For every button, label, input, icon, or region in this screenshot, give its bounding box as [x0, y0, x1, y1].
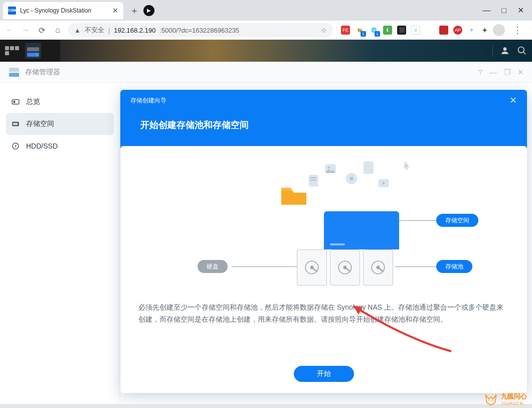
- dsm-topbar: [0, 40, 532, 62]
- storage-volume-icon: [11, 119, 20, 128]
- doc-icon: [306, 174, 320, 188]
- extension-icon[interactable]: 0: [411, 26, 420, 35]
- disk-icon: [363, 249, 393, 286]
- watermark-en: JiuHuCN: [501, 401, 527, 406]
- app-header-title: 存储管理器: [25, 68, 60, 77]
- disks-graphic: [297, 249, 393, 286]
- extension-icon[interactable]: ✈: [467, 26, 476, 35]
- main-area: 存储创建向导 ✕ 开始创建存储池和存储空间: [120, 83, 532, 408]
- new-tab-button[interactable]: ＋: [127, 4, 141, 18]
- watermark-cn: 九狐问心: [501, 392, 527, 400]
- maximize-button[interactable]: □: [501, 6, 506, 15]
- media-indicator-icon[interactable]: ▶: [143, 5, 154, 16]
- storage-creation-wizard: 存储创建向导 ✕ 开始创建存储池和存储空间: [120, 90, 527, 393]
- wizard-title-small: 存储创建向导: [130, 96, 166, 105]
- app-header-icon: [8, 66, 20, 78]
- svg-point-13: [15, 146, 17, 147]
- doc-icon: [361, 160, 376, 175]
- photo-icon: [324, 162, 337, 175]
- hdd-ssd-icon: [11, 142, 20, 151]
- window-minimize-icon[interactable]: —: [489, 68, 497, 77]
- svg-rect-10: [15, 123, 16, 125]
- gear-icon: [344, 171, 359, 186]
- wizard-illustration: 硬盘 存储空间 存储池: [138, 156, 509, 292]
- svg-rect-6: [12, 100, 19, 104]
- home-button[interactable]: ⌂: [52, 26, 63, 35]
- sidebar-item-label: 总览: [26, 97, 40, 106]
- video-icon: [377, 176, 391, 190]
- folder-icon: [279, 184, 309, 207]
- disk-icon: [330, 249, 360, 286]
- svg-rect-11: [17, 123, 18, 125]
- svg-point-31: [492, 400, 493, 401]
- close-window-button[interactable]: ✕: [517, 6, 524, 15]
- extension-icons: FE 🐝1 🌐1 ⬇ ⬛ 0 🖼 AP ✈ ✦ ⋮: [338, 24, 528, 36]
- disk-icon: [297, 249, 327, 286]
- sidebar-item-storage-volume[interactable]: 存储空间: [6, 113, 114, 135]
- sidebar-item-label: 存储空间: [26, 119, 54, 128]
- help-icon[interactable]: ?: [478, 68, 482, 77]
- extension-icon[interactable]: AP: [453, 26, 462, 35]
- watermark: 九狐问心 JiuHuCN: [479, 390, 532, 408]
- extension-icon[interactable]: ⬇: [383, 26, 392, 35]
- profile-avatar[interactable]: [493, 24, 505, 36]
- address-bar: ← → ⟳ ⌂ ▲ 不安全 | 192.168.2.190:5000/?dc=1…: [0, 21, 532, 40]
- sidebar-item-overview[interactable]: 总览: [6, 91, 114, 113]
- tab-close-icon[interactable]: ✕: [112, 7, 118, 15]
- wizard-close-icon[interactable]: ✕: [509, 95, 517, 106]
- label-pool: 存储池: [436, 260, 472, 273]
- window-restore-icon[interactable]: ❐: [504, 68, 510, 77]
- extension-icon[interactable]: 🌐1: [369, 26, 378, 35]
- browser-chrome: DSM Lyc - Synology DiskStation ✕ ＋ ▶ — □…: [0, 0, 532, 40]
- extension-icon[interactable]: 🐝1: [355, 26, 364, 35]
- url-path: :5000/?dc=1632286963235: [159, 27, 239, 34]
- svg-rect-1: [27, 47, 39, 51]
- wizard-footer: 开始: [138, 366, 509, 392]
- window-controls: — □ ✕: [482, 6, 532, 15]
- extension-icon[interactable]: ⬛: [397, 26, 406, 35]
- extensions-menu-icon[interactable]: ✦: [481, 26, 488, 35]
- label-hdd: 硬盘: [198, 260, 228, 273]
- taskbar-storage-manager-icon[interactable]: [25, 43, 41, 59]
- bottom-status-bar: [0, 404, 532, 408]
- svg-point-2: [36, 54, 38, 55]
- wizard-description: 必须先创建至少一个存储空间和存储池，然后才能将数据存储在 Synology NA…: [138, 302, 509, 326]
- storage-manager-window: 存储管理器 ? — ❐ ✕ 总览 存储空间 HDD/SSD: [0, 62, 532, 408]
- minimize-button[interactable]: —: [482, 6, 490, 15]
- wizard-title-big: 开始创建存储池和存储空间: [140, 119, 517, 131]
- extension-icon[interactable]: FE: [341, 26, 350, 35]
- extension-icon[interactable]: [439, 26, 448, 35]
- start-button[interactable]: 开始: [294, 366, 354, 382]
- sidebar-item-hdd-ssd[interactable]: HDD/SSD: [6, 135, 114, 157]
- insecure-label: 不安全: [85, 26, 104, 35]
- svg-point-18: [328, 167, 330, 169]
- sidebar-item-label: HDD/SSD: [26, 142, 58, 150]
- forward-button[interactable]: →: [20, 26, 31, 35]
- svg-rect-21: [364, 162, 374, 174]
- rocket-icon: [398, 159, 416, 177]
- volume-graphic: [324, 211, 399, 249]
- url-box[interactable]: ▲ 不安全 | 192.168.2.190:5000/?dc=163228696…: [68, 23, 333, 37]
- tab-title: Lyc - Synology DiskStation: [20, 7, 108, 14]
- window-close-icon[interactable]: ✕: [517, 68, 524, 77]
- tab-bar: DSM Lyc - Synology DiskStation ✕ ＋ ▶ — □…: [0, 0, 532, 21]
- chrome-menu-icon[interactable]: ⋮: [510, 25, 525, 36]
- svg-rect-4: [9, 68, 19, 72]
- svg-point-5: [17, 74, 18, 75]
- svg-point-30: [488, 400, 489, 401]
- svg-rect-16: [310, 180, 316, 181]
- dsm-apps-icon[interactable]: [5, 46, 20, 55]
- wizard-body: 硬盘 存储空间 存储池: [120, 146, 527, 393]
- back-button[interactable]: ←: [4, 26, 15, 35]
- user-icon[interactable]: [500, 46, 510, 56]
- tab-favicon: DSM: [8, 7, 16, 15]
- extension-icon[interactable]: 🖼: [425, 26, 434, 35]
- search-icon[interactable]: [517, 46, 527, 56]
- bookmark-star-icon[interactable]: ☆: [321, 27, 327, 34]
- browser-tab[interactable]: DSM Lyc - Synology DiskStation ✕: [3, 2, 123, 19]
- svg-rect-9: [14, 123, 15, 125]
- svg-rect-15: [310, 177, 316, 178]
- fox-logo-icon: [484, 392, 498, 406]
- reload-button[interactable]: ⟳: [36, 26, 47, 35]
- url-host: 192.168.2.190: [114, 27, 155, 34]
